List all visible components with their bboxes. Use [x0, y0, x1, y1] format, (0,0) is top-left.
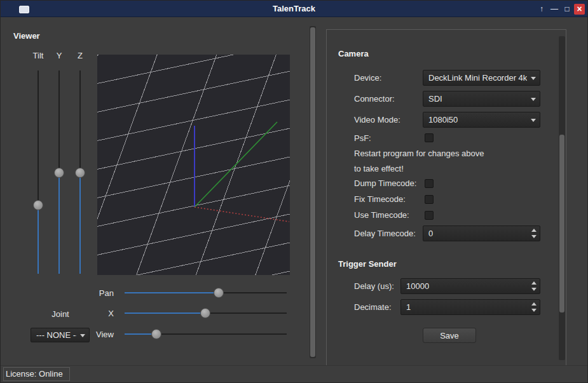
tilt-slider-handle[interactable] — [33, 200, 43, 210]
window-title: TalenTrack — [1, 4, 587, 13]
trigger-sender-section-title: Trigger Sender — [338, 259, 397, 269]
settings-panel: Camera Device: DeckLink Mini Recorder 4k… — [326, 29, 566, 366]
device-select[interactable]: DeckLink Mini Recorder 4k — [423, 70, 540, 86]
connector-select[interactable]: SDI — [423, 91, 540, 107]
spin-buttons — [529, 279, 539, 293]
device-label: Device: — [354, 73, 381, 83]
viewer-title: Viewer — [13, 31, 40, 41]
joint-select-value: --- NONE --- — [36, 330, 76, 340]
spin-up-icon — [531, 302, 537, 306]
y-axis-line — [195, 122, 277, 207]
restart-note-line2: to take effect! — [354, 164, 404, 173]
delay-us-spinbox[interactable]: 10000 — [400, 278, 540, 294]
tilt-slider-fill — [38, 205, 39, 274]
app-window: TalenTrack ↑ — □ × Viewer Tilt Y Z — [0, 0, 588, 383]
use-timecode-label: Use Timecode: — [354, 210, 409, 220]
window-controls: ↑ — □ × — [536, 3, 585, 15]
use-timecode-checkbox[interactable] — [425, 211, 434, 220]
chevron-down-icon — [531, 77, 536, 80]
settings-scrollbar-thumb[interactable] — [559, 135, 564, 312]
decrement-button[interactable] — [529, 286, 539, 293]
spin-up-icon — [531, 281, 537, 285]
decimate-label: Decimate: — [354, 302, 392, 312]
dump-timecode-label: Dump Timecode: — [354, 178, 416, 188]
chevron-down-icon — [531, 119, 536, 122]
psf-label: PsF: — [354, 133, 371, 143]
minimize-button[interactable]: — — [549, 3, 560, 15]
view-slider[interactable] — [125, 328, 287, 340]
z-slider[interactable] — [74, 71, 86, 274]
spin-buttons — [529, 227, 539, 240]
save-button[interactable]: Save — [423, 328, 476, 343]
y-slider[interactable] — [53, 71, 65, 274]
pan-slider-handle[interactable] — [214, 288, 224, 298]
close-button[interactable]: × — [574, 4, 585, 15]
video-mode-label: Video Mode: — [354, 115, 400, 124]
statusbar: License: Online — [1, 365, 587, 382]
license-status: License: Online — [3, 367, 70, 381]
delay-timecode-label: Delay Timecode: — [354, 229, 416, 238]
spin-down-icon — [531, 309, 537, 312]
spin-down-icon — [531, 288, 537, 291]
fix-timecode-checkbox[interactable] — [425, 195, 434, 204]
x-axis-line — [195, 207, 289, 222]
y-slider-fill — [58, 173, 60, 274]
spin-down-icon — [531, 235, 537, 238]
decrement-button[interactable] — [529, 307, 539, 314]
maximize-button[interactable]: □ — [561, 3, 573, 15]
delay-us-label: Delay (us): — [354, 281, 394, 291]
z-slider-fill — [79, 173, 81, 274]
connector-select-value: SDI — [428, 94, 442, 104]
connector-label: Connector: — [354, 94, 395, 104]
delay-timecode-value: 0 — [428, 229, 433, 238]
tilt-slider[interactable] — [32, 71, 44, 274]
x-slider[interactable] — [125, 307, 287, 319]
titlebar[interactable]: TalenTrack ↑ — □ × — [1, 1, 587, 17]
viewport-3d[interactable] — [97, 55, 290, 275]
psf-checkbox[interactable] — [425, 133, 434, 142]
view-slider-label: View — [82, 330, 114, 339]
video-mode-select-value: 1080i50 — [428, 115, 458, 124]
pan-slider-fill — [125, 292, 219, 293]
decrement-button[interactable] — [529, 234, 539, 241]
view-slider-handle[interactable] — [151, 329, 161, 339]
z-slider-handle[interactable] — [75, 168, 85, 178]
axes-overlay — [97, 55, 290, 275]
increment-button[interactable] — [529, 227, 539, 234]
x-slider-handle[interactable] — [200, 308, 210, 318]
camera-section-title: Camera — [338, 49, 369, 58]
settings-scrollbar[interactable] — [559, 36, 565, 360]
pan-slider[interactable] — [125, 287, 287, 299]
x-slider-label: X — [82, 309, 114, 318]
increment-button[interactable] — [529, 300, 539, 307]
dump-timecode-checkbox[interactable] — [425, 179, 434, 188]
viewer-scrollbar-thumb[interactable] — [310, 27, 315, 357]
joint-label: Joint — [46, 309, 74, 319]
z-slider-label: Z — [64, 51, 96, 60]
delay-timecode-spinbox[interactable]: 0 — [423, 225, 540, 241]
joint-select[interactable]: --- NONE --- — [31, 328, 90, 342]
y-slider-handle[interactable] — [54, 168, 64, 178]
decimate-value: 1 — [406, 302, 411, 312]
viewer-scrollbar[interactable] — [310, 26, 316, 358]
fix-timecode-label: Fix Timecode: — [354, 194, 406, 204]
decimate-spinbox[interactable]: 1 — [400, 299, 540, 315]
shade-button[interactable]: ↑ — [536, 3, 547, 15]
spin-buttons — [529, 300, 539, 314]
chevron-down-icon — [531, 98, 536, 101]
device-select-value: DeckLink Mini Recorder 4k — [428, 73, 527, 83]
delay-us-value: 10000 — [406, 281, 429, 291]
video-mode-select[interactable]: 1080i50 — [423, 112, 540, 128]
x-slider-fill — [125, 312, 205, 314]
increment-button[interactable] — [529, 279, 539, 286]
restart-note-line1: Restart program for changes above — [354, 149, 484, 158]
spin-up-icon — [531, 229, 537, 232]
pan-slider-label: Pan — [82, 288, 114, 298]
